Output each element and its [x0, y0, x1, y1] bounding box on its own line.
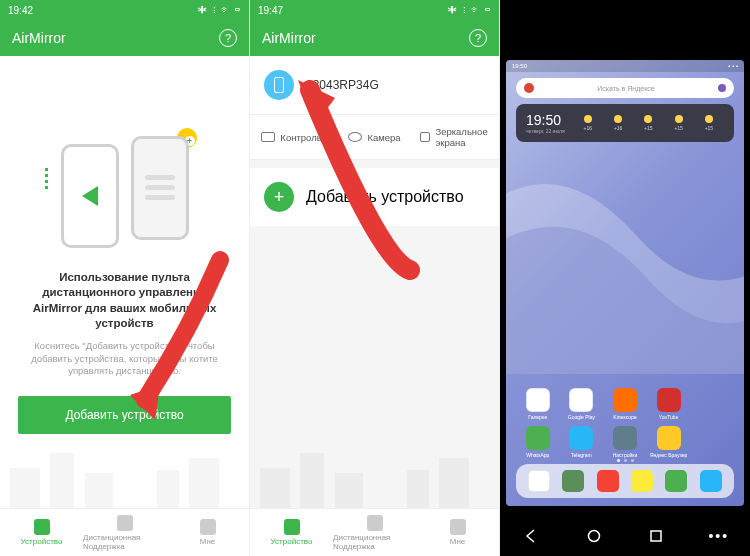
decorative-buildings: [0, 428, 249, 508]
app-label: Яндекс Браузер: [650, 452, 687, 458]
yandex-icon: [524, 83, 534, 93]
app-Яндекс Браузер[interactable]: Яндекс Браузер: [649, 426, 689, 458]
profile-icon: [450, 519, 466, 535]
svg-marker-0: [130, 385, 160, 420]
help-icon[interactable]: ?: [469, 29, 487, 47]
status-icons: ✱ ⋮ ᯤ ▭: [448, 5, 491, 15]
dock-app-icon[interactable]: [562, 470, 584, 492]
app-icon: [613, 388, 637, 412]
device-icon: [34, 519, 50, 535]
app-icon: [526, 426, 550, 450]
moon-icon: [614, 115, 622, 123]
decorative-buildings: [250, 428, 499, 508]
page-indicator: [506, 459, 744, 462]
tab-me[interactable]: Мне: [166, 509, 249, 556]
android-nav-bar: •••: [500, 516, 750, 556]
app-icon: [613, 426, 637, 450]
search-placeholder: Искать в Яндексе: [540, 85, 712, 92]
app-label: WhatsApp: [526, 452, 549, 458]
dock-app-icon[interactable]: [597, 470, 619, 492]
profile-icon: [200, 519, 216, 535]
svg-rect-3: [651, 531, 661, 541]
screenshot-panel-2: 19:47 ✱ ⋮ ᯤ ▭ AirMirror ? 23043RP34G Кон…: [250, 0, 500, 556]
remote-status-bar: 19:50 • • •: [506, 60, 744, 72]
app-WhatsApp[interactable]: WhatsApp: [518, 426, 558, 458]
recents-button[interactable]: [646, 526, 666, 546]
app-Галерея[interactable]: Галерея: [518, 388, 558, 420]
remote-screen[interactable]: 19:50 • • • Искать в Яндексе 19:50 четве…: [506, 60, 744, 506]
status-bar: 19:47 ✱ ⋮ ᯤ ▭: [250, 0, 499, 20]
dock-app-icon[interactable]: [700, 470, 722, 492]
illustration: [45, 130, 205, 260]
search-bar[interactable]: Искать в Яндексе: [516, 78, 734, 98]
app-label: Telegram: [571, 452, 592, 458]
dock-app-icon[interactable]: [631, 470, 653, 492]
app-header: AirMirror ?: [0, 20, 249, 56]
back-button[interactable]: [521, 526, 541, 546]
voice-icon[interactable]: [718, 84, 726, 92]
app-header: AirMirror ?: [250, 20, 499, 56]
bottom-tabs: Устройство Дистанционная Nоддержка Мне: [0, 508, 249, 556]
status-icons: ✱ ⋮ ᯤ ▭: [198, 5, 241, 15]
support-icon: [117, 515, 133, 531]
app-label: Галерея: [528, 414, 547, 420]
tab-remote-support[interactable]: Дистанционная Nоддержка: [83, 509, 166, 556]
more-button[interactable]: •••: [709, 526, 729, 546]
app-Настройки[interactable]: Настройки: [605, 426, 645, 458]
app-label: YouTube: [659, 414, 679, 420]
screenshot-panel-1: 19:42 ✱ ⋮ ᯤ ▭ AirMirror ? Использование …: [0, 0, 250, 556]
help-icon[interactable]: ?: [219, 29, 237, 47]
widget-date: четверг, 22 июля: [526, 128, 565, 134]
app-label: Kinescope: [613, 414, 636, 420]
app-label: Настройки: [613, 452, 638, 458]
app-empty: [692, 426, 732, 458]
app-icon: [700, 426, 724, 450]
wallpaper-wave: [506, 160, 744, 374]
dock-app-icon[interactable]: [528, 470, 550, 492]
device-icon: [284, 519, 300, 535]
app-grid: ГалереяGoogle PlayKinescopeYouTubeWhatsA…: [518, 388, 732, 458]
app-icon: [569, 426, 593, 450]
annotation-arrow-2: [280, 70, 440, 290]
tab-me[interactable]: Мне: [416, 509, 499, 556]
tab-devices[interactable]: Устройство: [250, 509, 333, 556]
moon-icon: [675, 115, 683, 123]
app-icon: [657, 388, 681, 412]
tab-remote-support[interactable]: Дистанционная Nоддержка: [333, 509, 416, 556]
forecast-row: +16 +16 +15 +15 +15: [573, 115, 724, 131]
app-Kinescope[interactable]: Kinescope: [605, 388, 645, 420]
moon-icon: [644, 115, 652, 123]
dock: [516, 464, 734, 498]
app-empty: [692, 388, 732, 420]
status-time: 19:47: [258, 5, 283, 16]
app-icon: [700, 388, 724, 412]
tab-devices[interactable]: Устройство: [0, 509, 83, 556]
app-Google Play[interactable]: Google Play: [562, 388, 602, 420]
support-icon: [367, 515, 383, 531]
monitor-icon: [261, 132, 275, 142]
annotation-arrow-1: [120, 250, 230, 430]
home-button[interactable]: [584, 526, 604, 546]
moon-icon: [584, 115, 592, 123]
play-arrow-icon: [82, 186, 98, 206]
bottom-tabs: Устройство Дистанционная Nоддержка Мне: [250, 508, 499, 556]
app-icon: [526, 388, 550, 412]
app-YouTube[interactable]: YouTube: [649, 388, 689, 420]
app-title: AirMirror: [12, 30, 66, 46]
app-label: Google Play: [568, 414, 595, 420]
screenshot-panel-3-mirrored-screen: 19:50 • • • Искать в Яндексе 19:50 четве…: [500, 0, 750, 556]
weather-widget[interactable]: 19:50 четверг, 22 июля +16 +16 +15 +15 +…: [516, 104, 734, 142]
app-icon: [569, 388, 593, 412]
app-icon: [657, 426, 681, 450]
svg-point-2: [588, 531, 599, 542]
app-Telegram[interactable]: Telegram: [562, 426, 602, 458]
moon-icon: [705, 115, 713, 123]
status-time: 19:42: [8, 5, 33, 16]
status-bar: 19:42 ✱ ⋮ ᯤ ▭: [0, 0, 249, 20]
widget-time: 19:50: [526, 112, 565, 128]
app-title: AirMirror: [262, 30, 316, 46]
dock-app-icon[interactable]: [665, 470, 687, 492]
